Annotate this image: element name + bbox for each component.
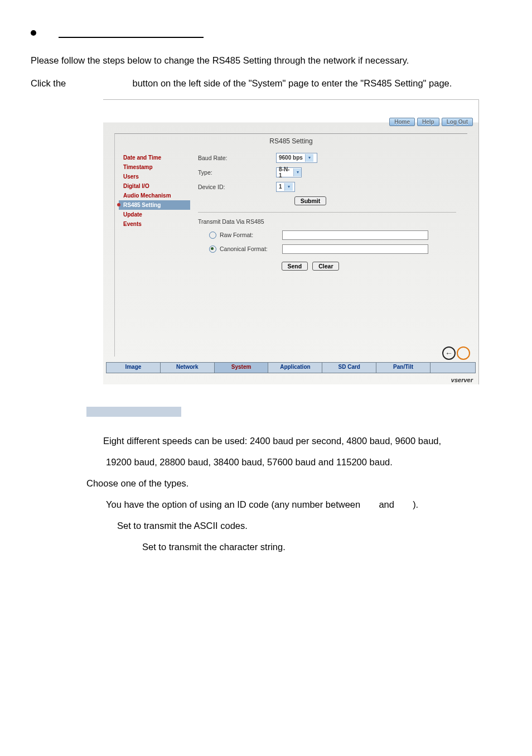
- refresh-icon[interactable]: [457, 346, 470, 360]
- transmit-heading: Transmit Data Via RS485: [198, 218, 456, 225]
- tab-application[interactable]: Application: [268, 363, 322, 373]
- canonical-label: Canonical Format:: [220, 245, 282, 252]
- baud-value: 9600 bps: [279, 155, 303, 161]
- bullet-icon: [31, 30, 36, 36]
- baud-select[interactable]: 9600 bps ▾: [276, 153, 317, 163]
- chevron-down-icon: ▾: [293, 168, 301, 176]
- home-button[interactable]: Home: [389, 118, 415, 126]
- sidebar-item-timestamp[interactable]: Timestamp: [119, 162, 190, 172]
- baud-label: Baud Rate:: [198, 155, 276, 161]
- canonical-input[interactable]: [282, 244, 428, 254]
- device-value: 1: [279, 184, 282, 190]
- id-desc: You have the option of using an ID code …: [106, 494, 504, 516]
- id-desc-c: ).: [413, 499, 418, 509]
- brand-label: vserver: [451, 377, 473, 383]
- clear-button[interactable]: Clear: [312, 262, 339, 271]
- raw-input[interactable]: [282, 230, 428, 240]
- intro-text-1: Please follow the steps below to change …: [31, 54, 504, 68]
- baud-desc-b: 19200 baud, 28800 baud, 38400 baud, 5760…: [106, 452, 504, 473]
- sidebar-item-date[interactable]: Date and Time: [119, 153, 190, 162]
- chevron-down-icon: ▾: [305, 154, 313, 162]
- back-icon[interactable]: ←: [442, 346, 456, 360]
- device-select[interactable]: 1 ▾: [276, 182, 295, 192]
- device-label: Device ID:: [198, 184, 276, 190]
- canon-desc: Set to transmit the character string.: [142, 537, 504, 558]
- sidebar-item-update[interactable]: Update: [119, 210, 190, 219]
- sidebar-item-digitalio[interactable]: Digital I/O: [119, 181, 190, 191]
- click-the: Click the: [31, 78, 66, 88]
- description-section: Eight different speeds can be used: 2400…: [31, 407, 504, 558]
- sidebar: Date and Time Timestamp Users Digital I/…: [119, 153, 190, 229]
- type-label: Type:: [198, 169, 276, 176]
- sidebar-item-events[interactable]: Events: [119, 219, 190, 229]
- logout-button[interactable]: Log Out: [442, 118, 473, 126]
- id-desc-b: and: [379, 499, 394, 509]
- help-button[interactable]: Help: [417, 118, 439, 126]
- tab-network[interactable]: Network: [161, 363, 215, 373]
- id-desc-a: You have the option of using an ID code …: [106, 499, 360, 509]
- section-heading: [31, 28, 504, 38]
- bottom-tabs: Image Network System Application SD Card…: [106, 362, 476, 373]
- subsection-head: [86, 407, 181, 417]
- intro-text-2: Click the button on the left side of the…: [31, 76, 504, 90]
- sidebar-item-users[interactable]: Users: [119, 172, 190, 181]
- heading-underline: [59, 28, 204, 38]
- panel-title: RS485 Setting: [115, 134, 467, 145]
- canonical-radio[interactable]: [209, 245, 216, 253]
- raw-label: Raw Format:: [220, 232, 282, 238]
- tab-system[interactable]: System: [215, 363, 269, 373]
- tab-pantilt[interactable]: Pan/Tilt: [376, 363, 431, 373]
- baud-desc-a: Eight different speeds can be used: 2400…: [103, 431, 504, 452]
- submit-button[interactable]: Submit: [294, 196, 327, 205]
- tab-image[interactable]: Image: [107, 363, 161, 373]
- tab-sdcard[interactable]: SD Card: [322, 363, 376, 373]
- click-rest: button on the left side of the "System" …: [132, 78, 452, 88]
- type-desc: Choose one of the types.: [86, 473, 504, 494]
- send-button[interactable]: Send: [282, 262, 308, 271]
- raw-desc: Set to transmit the ASCII codes.: [117, 516, 504, 537]
- raw-radio[interactable]: [209, 232, 216, 239]
- embedded-screenshot: Home Help Log Out RS485 Setting Date and…: [103, 99, 479, 384]
- form-area: Baud Rate: 9600 bps ▾ Type: 8-N-1 ▾ Devi…: [198, 153, 456, 271]
- type-value: 8-N-1: [279, 166, 291, 179]
- type-select[interactable]: 8-N-1 ▾: [276, 167, 302, 177]
- chevron-down-icon: ▾: [284, 183, 293, 191]
